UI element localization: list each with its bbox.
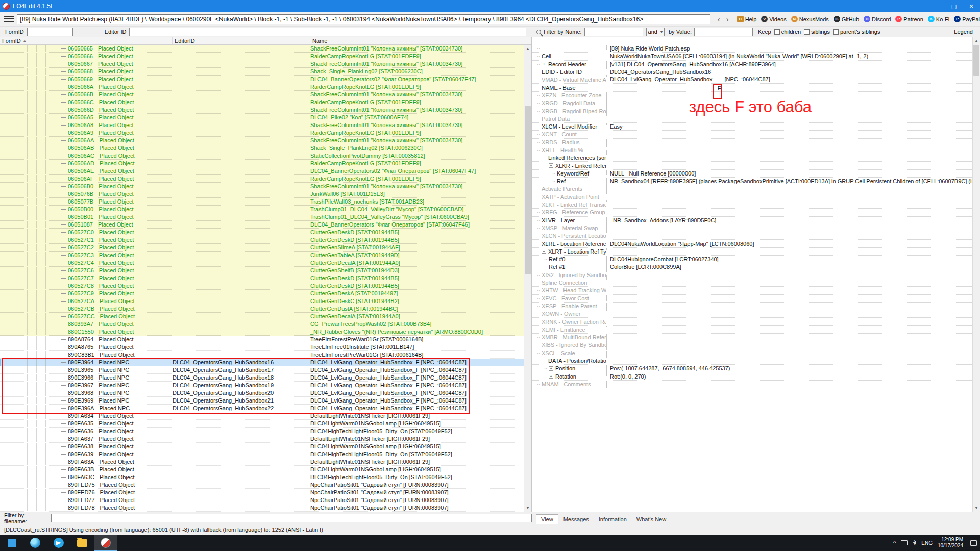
tray-chevron-icon[interactable]: ^ — [893, 540, 896, 546]
table-row[interactable]: 890FA635Placed ObjectDLC04LightWarm01NSG… — [0, 420, 531, 428]
filter-value-input[interactable] — [694, 28, 753, 36]
table-row[interactable]: 890E3969Placed NPCDLC04_OperatorsGang_Hu… — [0, 397, 531, 405]
detail-row[interactable]: Activate Parents — [532, 185, 972, 193]
column-header-formid[interactable]: FormID▲ — [0, 37, 173, 44]
breadcrumb[interactable]: [89] Nuka Ride World Patch.esp (8A3E4BDF… — [17, 14, 710, 24]
expander-icon[interactable]: + — [549, 366, 553, 371]
table-row[interactable]: 890E3964Placed NPCDLC04_OperatorsGang_Hu… — [0, 359, 531, 366]
table-row[interactable]: 890E3965Placed NPCDLC04_OperatorsGang_Hu… — [0, 366, 531, 374]
table-row[interactable]: 880C1550Placed Object_NR_RubberGloves "(… — [0, 328, 531, 336]
link-paypal[interactable]: PPayPal — [954, 16, 980, 22]
link-github[interactable]: GGitHub — [834, 16, 859, 22]
nav-forward-button[interactable]: › — [723, 15, 732, 23]
table-row[interactable]: 060506ACPlaced ObjectStaticCollectionPiv… — [0, 152, 531, 160]
taskbar-fo4edit[interactable] — [94, 535, 117, 551]
minimize-button[interactable]: — — [928, 0, 945, 12]
table-row[interactable]: 060506B0Placed ObjectShackFreeColumnInt0… — [0, 183, 531, 190]
detail-row[interactable]: −XLRT - Location Ref Type — [532, 248, 972, 256]
detail-row[interactable]: XLKT - Linked Ref Transient — [532, 201, 972, 209]
column-header-name[interactable]: Name — [310, 37, 531, 44]
table-row[interactable]: 890E3967Placed NPCDLC04_OperatorsGang_Hu… — [0, 382, 531, 389]
detail-row[interactable]: −DATA - Position/Rotation — [532, 357, 972, 365]
table-row[interactable]: 890FA634Placed ObjectDefaultLightWhite01… — [0, 412, 531, 420]
close-button[interactable]: ✕ — [963, 0, 980, 12]
editorid-input[interactable] — [129, 28, 526, 36]
tab-messages[interactable]: Messages — [559, 515, 594, 524]
table-row[interactable]: 060527C4Placed ObjectClutterGenDecalA [S… — [0, 259, 531, 267]
detail-row[interactable]: XIBS - Ignored By Sandbox — [532, 341, 972, 349]
table-row[interactable]: 890A8764Placed ObjectTreeElmForestPreWar… — [0, 336, 531, 343]
table-row[interactable]: 060506A9Placed ObjectRaiderCampRopeKnotL… — [0, 129, 531, 137]
checkbox-siblings[interactable]: siblings — [804, 29, 830, 35]
table-row[interactable]: 060506ADPlaced ObjectRaiderCampRopeKnotL… — [0, 160, 531, 167]
expander-icon[interactable]: − — [542, 156, 546, 160]
link-patreon[interactable]: PPatreon — [895, 16, 923, 22]
detail-row[interactable]: XMSP - Material Swap — [532, 224, 972, 232]
table-row[interactable]: 890FA637Placed ObjectDefaultLightWhite01… — [0, 435, 531, 443]
link-videos[interactable]: VVideos — [761, 16, 786, 22]
detail-row[interactable]: +RotationRot:(0, 0, 270) — [532, 372, 972, 380]
detail-row[interactable]: Ref #1ColorBlue [LCRT:000C899A] — [532, 263, 972, 271]
column-header-editorid[interactable]: EditorID — [173, 37, 310, 44]
table-row[interactable]: 060506AAPlaced ObjectShackFreeColumnInt0… — [0, 137, 531, 144]
tray-speaker-icon[interactable] — [913, 541, 916, 545]
filter-name-input[interactable] — [584, 28, 643, 36]
table-row[interactable]: 890FED78Placed ObjectNpcChairPatioSit01 … — [0, 504, 531, 512]
detail-row[interactable]: XLCN - Persistent Location — [532, 232, 972, 240]
table-row[interactable]: 060506A8Placed ObjectShackFreeColumnInt0… — [0, 121, 531, 129]
table-row[interactable]: 06050B01Placed ObjectTrashClump01_DLC04_… — [0, 213, 531, 221]
table-row[interactable]: 06050668Placed ObjectShack_Single_PlankL… — [0, 68, 531, 76]
table-row[interactable]: 060506AFPlaced ObjectRaiderCampRopeKnotL… — [0, 175, 531, 183]
checkbox-children[interactable]: children — [774, 29, 801, 35]
detail-row[interactable]: XLRL - Location ReferenceDLC04NukaWorldL… — [532, 240, 972, 247]
table-row[interactable]: 060527C2Placed ObjectClutterGenSlimeA [S… — [0, 244, 531, 252]
scroll-down-icon[interactable]: ▼ — [973, 504, 980, 512]
detail-row[interactable]: NAME - BaseDLC04_LvlGang_Operator_HubSan… — [532, 84, 972, 91]
windows-start-button[interactable] — [0, 535, 23, 551]
detail-row[interactable]: XRNK - Owner Faction Rank — [532, 318, 972, 325]
table-row[interactable]: 060527CAPlaced ObjectClutterGenDeskC [ST… — [0, 297, 531, 305]
detail-row[interactable]: XIS2 - Ignored by Sandbox — [532, 271, 972, 279]
scroll-up-icon[interactable]: ▲ — [973, 37, 980, 44]
table-row[interactable]: 0605066BPlaced ObjectShackFreeColumnInt0… — [0, 91, 531, 98]
expander-icon[interactable]: − — [542, 249, 546, 254]
detail-row[interactable]: Spline Connection — [532, 279, 972, 287]
table-row[interactable]: 890FED76Placed ObjectNpcChairPatioSit01 … — [0, 489, 531, 496]
table-row[interactable]: 06050B00Placed ObjectTrashClump01_DLC04_… — [0, 206, 531, 213]
scroll-up-icon[interactable]: ▲ — [524, 45, 531, 53]
link-discord[interactable]: DDiscord — [864, 16, 891, 22]
table-row[interactable]: 890FA63APlaced ObjectDefaultLightWhite01… — [0, 458, 531, 466]
table-row[interactable]: 890E3966Placed NPCDLC04_OperatorsGang_Hu… — [0, 374, 531, 382]
detail-row[interactable]: XRDS - Radius — [532, 139, 972, 146]
detail-row[interactable]: MNAM - Comments — [532, 381, 972, 388]
legend-link[interactable]: Legend — [954, 29, 973, 35]
details-scrollbar[interactable]: ▲ ▼ — [972, 37, 980, 512]
table-row[interactable]: 890FA63BPlaced ObjectDLC04LightWarm01NSG… — [0, 466, 531, 473]
table-row[interactable]: 890FA639Placed ObjectDLC04HighTechLightF… — [0, 450, 531, 458]
notification-center-icon[interactable] — [970, 540, 977, 546]
expander-icon[interactable]: + — [549, 374, 553, 379]
detail-row[interactable]: Keyword/RefNULL - Null Reference [000000… — [532, 170, 972, 178]
table-row[interactable]: 060527C6Placed ObjectClutterGenShelfB [S… — [0, 267, 531, 274]
table-row[interactable]: 890A8765Placed ObjectTreeElmFree01Instit… — [0, 343, 531, 351]
detail-row[interactable]: RefNR_Sandbox04 [REFR:890E395F] (places … — [532, 178, 972, 185]
taskbar-edge-browser[interactable] — [23, 535, 47, 551]
tab-view[interactable]: View — [536, 514, 558, 524]
checkbox-icon[interactable] — [804, 29, 810, 35]
filename-filter-input[interactable] — [51, 514, 532, 522]
nav-back-button[interactable]: ‹ — [715, 15, 723, 23]
table-row[interactable]: 060506A5Placed ObjectDLC04_Pike02 "Кол" … — [0, 114, 531, 121]
table-row[interactable]: 890FA63CPlaced ObjectDLC04HighTechLightF… — [0, 473, 531, 481]
scroll-down-icon[interactable]: ▼ — [524, 504, 531, 512]
table-row[interactable]: 06050667Placed ObjectShackFreeColumnInt0… — [0, 60, 531, 68]
detail-row[interactable]: XLVR - Layer_NR_Sandbox_Addons [LAYR:890… — [532, 217, 972, 224]
table-row[interactable]: 06050666Placed ObjectRaiderCampRopeKnotL… — [0, 53, 531, 60]
table-row[interactable]: 890C83B1Placed ObjectTreeElmForestPreWar… — [0, 351, 531, 359]
detail-row[interactable]: −XLKR - Linked Reference — [532, 162, 972, 169]
tray-clock[interactable]: 12:09 PM 10/17/2024 — [938, 537, 963, 549]
detail-row[interactable]: [89] Nuka Ride World Patch.esp — [532, 45, 972, 53]
detail-row[interactable]: XHTW - Head-Tracking Weig... — [532, 287, 972, 294]
checkbox-icon[interactable] — [774, 29, 780, 35]
detail-row[interactable]: +PositionPos:(-1007.644287, -6674.808594… — [532, 365, 972, 372]
table-row[interactable]: 060527C8Placed ObjectClutterGenDeskD [ST… — [0, 282, 531, 290]
